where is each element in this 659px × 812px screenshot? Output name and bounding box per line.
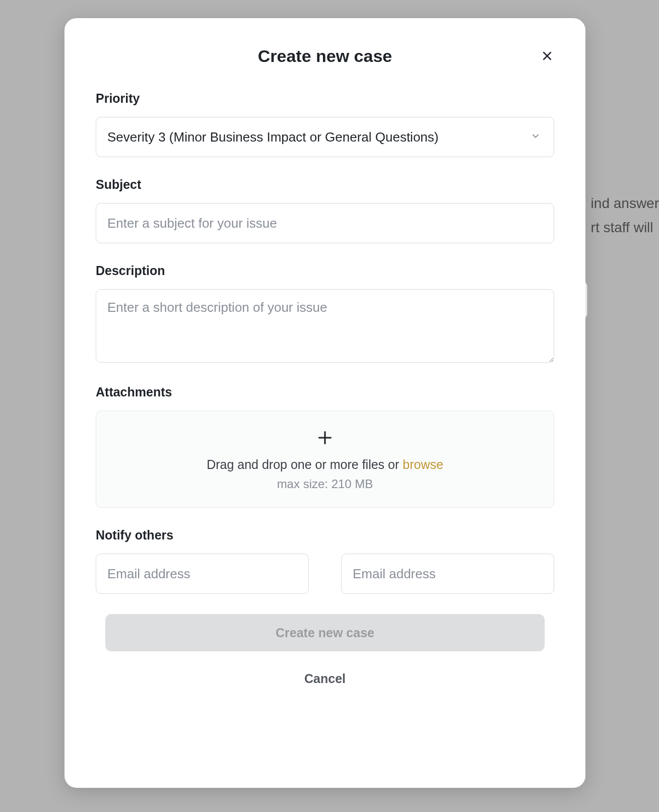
modal-header: Create new case [96, 46, 554, 66]
attachments-label: Attachments [96, 385, 554, 399]
notify-row [96, 554, 554, 594]
priority-select[interactable]: Severity 3 (Minor Business Impact or Gen… [96, 117, 554, 157]
plus-icon [106, 429, 544, 446]
description-textarea[interactable] [96, 289, 554, 363]
dropzone-maxsize: max size: 210 MB [106, 477, 544, 491]
browse-link[interactable]: browse [403, 457, 443, 471]
background-text: ind answer rt staff will [591, 191, 659, 239]
attachments-field: Attachments Drag and drop one or more fi… [96, 385, 554, 508]
dropzone-prefix: Drag and drop one or more files or [207, 457, 403, 471]
priority-field: Priority Severity 3 (Minor Business Impa… [96, 91, 554, 157]
priority-label: Priority [96, 91, 554, 106]
priority-select-wrap: Severity 3 (Minor Business Impact or Gen… [96, 117, 554, 157]
subject-field: Subject [96, 177, 554, 243]
notify-email-2[interactable] [341, 554, 554, 594]
attachments-dropzone[interactable]: Drag and drop one or more files or brows… [96, 411, 554, 508]
bg-line-1: ind answer [591, 191, 659, 216]
close-icon [541, 49, 554, 64]
description-field: Description [96, 263, 554, 365]
modal-title: Create new case [96, 46, 554, 66]
notify-label: Notify others [96, 528, 554, 543]
bg-line-2: rt staff will [591, 216, 659, 240]
notify-email-1[interactable] [96, 554, 309, 594]
close-button[interactable] [538, 47, 556, 65]
subject-input[interactable] [96, 203, 554, 243]
create-case-modal: Create new case Priority Severity 3 (Min… [64, 18, 585, 788]
dropzone-text: Drag and drop one or more files or brows… [106, 457, 544, 472]
description-label: Description [96, 263, 554, 278]
cancel-button[interactable]: Cancel [304, 671, 346, 686]
notify-field: Notify others [96, 528, 554, 594]
subject-label: Subject [96, 177, 554, 192]
priority-selected-value: Severity 3 (Minor Business Impact or Gen… [107, 129, 438, 145]
create-case-button[interactable]: Create new case [105, 614, 545, 651]
